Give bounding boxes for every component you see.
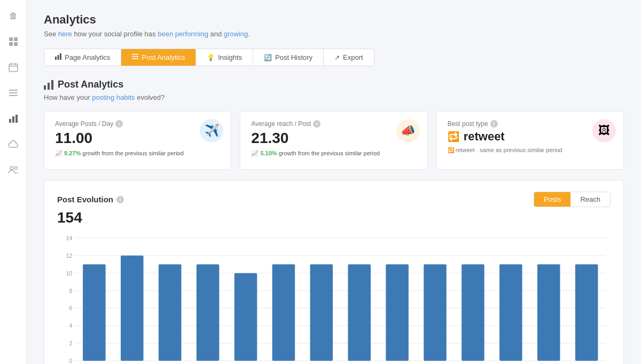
svg-text:0: 0 — [69, 358, 72, 364]
avg-posts-growth-text: growth from the previous similar period — [82, 150, 184, 156]
export-tab-icon: ↗ — [334, 54, 340, 61]
avg-posts-info-icon[interactable]: i — [115, 120, 123, 128]
svg-rect-23 — [48, 83, 50, 90]
best-post-type-info-icon[interactable]: i — [490, 120, 498, 128]
grid-icon[interactable] — [6, 34, 21, 49]
svg-rect-0 — [9, 37, 13, 41]
avg-reach-growth-text: growth from the previous similar period — [279, 150, 380, 156]
svg-text:8: 8 — [69, 287, 72, 294]
svg-rect-3 — [14, 42, 18, 46]
svg-rect-53 — [310, 264, 333, 361]
tab-insights[interactable]: 💡 Insights — [196, 49, 253, 66]
chart-info-icon[interactable]: i — [116, 196, 124, 203]
chart-big-number: 154 — [57, 209, 611, 226]
svg-rect-45 — [159, 264, 182, 361]
svg-text:14: 14 — [66, 235, 73, 241]
avg-posts-growth: 📈 9.27% growth from the previous similar… — [55, 150, 220, 157]
svg-rect-49 — [234, 273, 257, 361]
svg-rect-17 — [58, 55, 59, 60]
list-tab-icon — [132, 53, 138, 61]
best-post-type-value: 🔁 retweet — [448, 130, 613, 144]
trash-icon[interactable]: 🗑 — [6, 9, 21, 23]
svg-rect-13 — [15, 115, 18, 123]
svg-rect-67 — [575, 264, 598, 361]
list-icon[interactable] — [6, 85, 21, 100]
svg-rect-11 — [9, 119, 11, 123]
chart-panel: Post Evolution i Posts Reach 154 1412108… — [44, 180, 624, 364]
svg-text:2: 2 — [69, 340, 72, 346]
best-post-type-card: Best post type i 🔁 retweet 🔁 retweet · s… — [436, 111, 624, 170]
page-subtitle: See here how your social profile has bee… — [44, 30, 624, 38]
avg-reach-icon: 📣 — [396, 119, 420, 143]
history-tab-icon: 🔄 — [264, 54, 272, 61]
main-content: Analytics See here how your social profi… — [27, 0, 641, 364]
bar-chart: 1412108642027. Sep28. Sep29. Sep30. Sep1… — [57, 233, 611, 364]
tab-page-analytics-label: Page Analytics — [65, 53, 110, 61]
tab-page-analytics[interactable]: Page Analytics — [44, 49, 121, 66]
page-title: Analytics — [44, 13, 624, 27]
avg-reach-pct: 5.10% — [260, 150, 277, 156]
best-post-type-note: 🔁 retweet · same as previous similar per… — [448, 147, 613, 153]
chart-panel-header: Post Evolution i Posts Reach — [57, 192, 611, 207]
been-performing-link[interactable]: been performing — [158, 30, 208, 38]
growing-link[interactable]: growing — [224, 30, 248, 38]
chart-toggle: Posts Reach — [534, 192, 611, 207]
posting-habits-link[interactable]: posting habits — [92, 93, 135, 101]
avg-reach-info-icon[interactable]: i — [313, 120, 320, 128]
avg-reach-value: 21.30 — [251, 130, 416, 147]
svg-rect-24 — [51, 80, 53, 90]
avg-posts-value: 11.00 — [55, 130, 220, 147]
toggle-posts-button[interactable]: Posts — [534, 192, 571, 207]
tab-export-label: Export — [343, 53, 363, 61]
svg-text:12: 12 — [66, 252, 73, 259]
svg-rect-59 — [424, 264, 447, 361]
section-title: Post Analytics — [58, 79, 123, 90]
svg-rect-2 — [9, 42, 13, 46]
best-post-type-label: Best post type i — [448, 120, 613, 128]
avg-reach-label: Average reach / Post i — [251, 120, 416, 128]
svg-point-14 — [10, 167, 13, 170]
svg-rect-41 — [83, 264, 106, 361]
svg-rect-47 — [197, 264, 220, 361]
tab-export[interactable]: ↗ Export — [324, 49, 374, 66]
svg-rect-65 — [537, 264, 560, 361]
tab-post-history-label: Post History — [275, 53, 312, 61]
svg-rect-18 — [60, 53, 61, 60]
toggle-reach-button[interactable]: Reach — [570, 192, 610, 207]
here-link[interactable]: here — [58, 30, 72, 38]
insights-tab-icon: 💡 — [207, 54, 215, 61]
tab-insights-label: Insights — [218, 53, 242, 61]
calendar-icon[interactable] — [6, 60, 21, 75]
avg-posts-pct: 9.27% — [64, 150, 81, 156]
svg-rect-16 — [55, 57, 57, 60]
chart-bar-icon[interactable] — [6, 111, 21, 126]
svg-text:4: 4 — [69, 322, 72, 329]
svg-rect-12 — [12, 116, 14, 123]
svg-rect-4 — [9, 64, 18, 72]
best-post-type-icon: 🖼 — [592, 119, 616, 143]
svg-rect-43 — [121, 256, 144, 361]
cloud-icon[interactable] — [6, 137, 21, 152]
svg-rect-1 — [14, 37, 18, 41]
avg-posts-label: Average Posts / Day i — [55, 120, 220, 128]
bar-chart-tab-icon — [55, 53, 61, 61]
tab-post-analytics[interactable]: Post Analytics — [121, 49, 196, 66]
section-header: Post Analytics — [44, 79, 624, 90]
chart-panel-title: Post Evolution i — [57, 195, 124, 204]
svg-rect-63 — [499, 264, 522, 361]
section-bar-chart-icon — [44, 80, 53, 90]
tab-post-history[interactable]: 🔄 Post History — [253, 49, 324, 66]
svg-text:10: 10 — [66, 270, 73, 276]
bar-chart-container: 1412108642027. Sep28. Sep29. Sep30. Sep1… — [57, 233, 611, 364]
svg-rect-57 — [386, 264, 409, 361]
users-icon[interactable] — [6, 162, 21, 177]
avg-reach-card: Average reach / Post i 21.30 📈 5.10% gro… — [240, 111, 427, 170]
svg-rect-61 — [462, 264, 484, 361]
svg-text:6: 6 — [69, 305, 72, 311]
svg-point-15 — [14, 167, 17, 170]
avg-posts-icon: ✈️ — [200, 119, 223, 143]
section-subtitle: How have your posting habits evolved? — [44, 93, 624, 101]
tab-post-analytics-label: Post Analytics — [142, 53, 185, 61]
metric-cards: Average Posts / Day i 11.00 📈 9.27% grow… — [44, 111, 624, 170]
tabs-nav: Page Analytics Post Analytics 💡 Insights… — [44, 49, 374, 66]
